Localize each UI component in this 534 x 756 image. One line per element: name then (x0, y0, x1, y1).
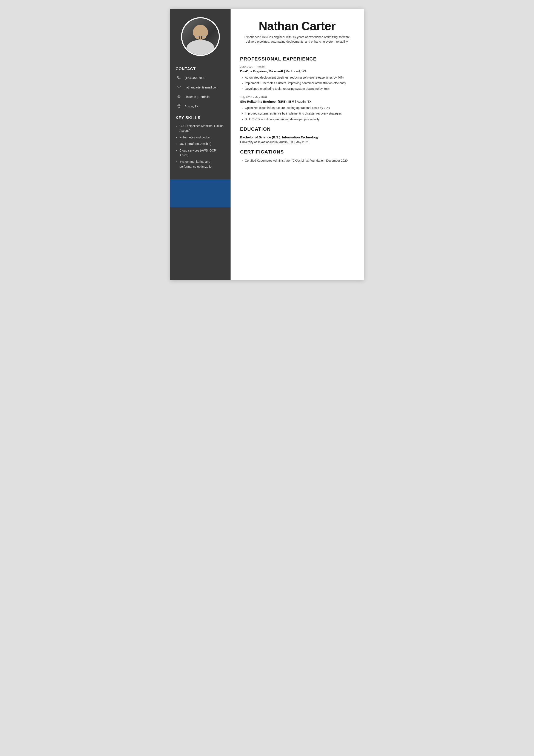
job-1-role: DevOps Engineer, Microsoft | Redmond, WA (240, 69, 354, 73)
svg-line-5 (179, 96, 179, 97)
person-glasses-icon (194, 36, 207, 39)
skill-item: IaC (Terraform, Ansible) (180, 142, 225, 146)
certifications-list: Certified Kubernetes Administrator (CKA)… (240, 158, 354, 163)
avatar-area (170, 9, 231, 63)
job-1-bullet-2: Implement Kubernetes clusters, improving… (245, 81, 354, 86)
job-1-bullet-1: Automated deployment pipelines, reducing… (245, 75, 354, 80)
contact-location: Austin, TX (176, 103, 225, 110)
skills-list: CI/CD pipelines (Jenkins, GitHub Actions… (176, 123, 225, 169)
certifications-title: CERTIFICATIONS (240, 149, 354, 155)
svg-point-3 (179, 95, 179, 96)
skills-title: KEY SKILLS (176, 116, 225, 120)
job-1-period: June 2020 - Present (240, 65, 354, 68)
name-header: Nathan Carter Experienced DevOps enginee… (240, 19, 354, 44)
email-icon (176, 84, 182, 91)
person-head-icon (193, 25, 208, 40)
phone-icon (176, 75, 182, 81)
job-2-location: | Austin, TX (295, 100, 311, 103)
job-2: July 2018 - May 2020 Site Reliability En… (240, 95, 354, 122)
job-1-bullet-3: Developed monitoring tools, reducing sys… (245, 86, 354, 91)
main-content: Nathan Carter Experienced DevOps enginee… (231, 9, 364, 280)
sidebar-top (170, 9, 231, 63)
location-icon (176, 103, 182, 110)
education-section: EDUCATION Bachelor of Science (B.S.), In… (240, 126, 354, 145)
candidate-name: Nathan Carter (240, 19, 354, 33)
phone-text: (123) 456-7890 (185, 76, 205, 80)
person-shirt-icon (187, 40, 215, 55)
job-1-location: | Redmond, WA (284, 69, 307, 73)
job-2-role: Site Reliability Engineer (SRE), IBM | A… (240, 100, 354, 103)
resume-container: CONTACT (123) 456-7890 (170, 9, 364, 280)
contact-email: nathancarter@email.com (176, 84, 225, 91)
skills-section: KEY SKILLS CI/CD pipelines (Jenkins, Git… (176, 116, 225, 169)
job-1-role-title: DevOps Engineer, Microsoft (240, 69, 283, 73)
degree-title: Bachelor of Science (B.S.), Information … (240, 135, 354, 139)
education-title: EDUCATION (240, 126, 354, 132)
avatar-image (182, 18, 219, 55)
job-2-period: July 2018 - May 2020 (240, 95, 354, 99)
job-1-bullets: Automated deployment pipelines, reducing… (240, 75, 354, 91)
sidebar-footer (170, 207, 231, 280)
email-text: nathancarter@email.com (185, 86, 218, 89)
job-2-bullet-2: Improved system resilience by implementi… (245, 111, 354, 116)
contact-phone: (123) 456-7890 (176, 75, 225, 81)
skill-item: Kubernetes and docker (180, 135, 225, 140)
job-1: June 2020 - Present DevOps Engineer, Mic… (240, 65, 354, 91)
svg-point-8 (178, 105, 179, 106)
contact-title: CONTACT (176, 67, 225, 71)
sidebar-content: CONTACT (123) 456-7890 (170, 63, 231, 179)
candidate-tagline: Experienced DevOps engineer with six yea… (241, 35, 353, 44)
skill-item: CI/CD pipelines (Jenkins, GitHub Actions… (180, 123, 225, 133)
link-icon (176, 94, 182, 100)
job-2-bullet-1: Optimized cloud infrastructure, cutting … (245, 105, 354, 110)
job-2-bullet-3: Built CI/CD workflows, enhancing develop… (245, 117, 354, 122)
location-text: Austin, TX (185, 104, 198, 108)
certifications-section: CERTIFICATIONS Certified Kubernetes Admi… (240, 149, 354, 163)
job-2-role-title: Site Reliability Engineer (SRE), IBM (240, 100, 294, 103)
avatar (181, 17, 220, 56)
svg-rect-0 (177, 86, 181, 89)
skill-item: System monitoring and performance optimi… (180, 159, 225, 169)
experience-title: PROFESSIONAL EXPERIENCE (240, 56, 354, 62)
blue-accent-block (170, 179, 231, 207)
job-2-bullets: Optimized cloud infrastructure, cutting … (240, 105, 354, 122)
school-detail: University of Texas at Austin, Austin, T… (240, 140, 354, 145)
sidebar: CONTACT (123) 456-7890 (170, 9, 231, 280)
contact-links: LinkedIn | Portfolio (176, 94, 225, 100)
contact-section: CONTACT (123) 456-7890 (176, 67, 225, 110)
links-text: LinkedIn | Portfolio (185, 95, 210, 99)
skill-item: Cloud services (AWS, GCP, Azure) (180, 148, 225, 158)
cert-item-1: Certified Kubernetes Administrator (CKA)… (245, 158, 354, 163)
experience-section: PROFESSIONAL EXPERIENCE June 2020 - Pres… (240, 56, 354, 122)
